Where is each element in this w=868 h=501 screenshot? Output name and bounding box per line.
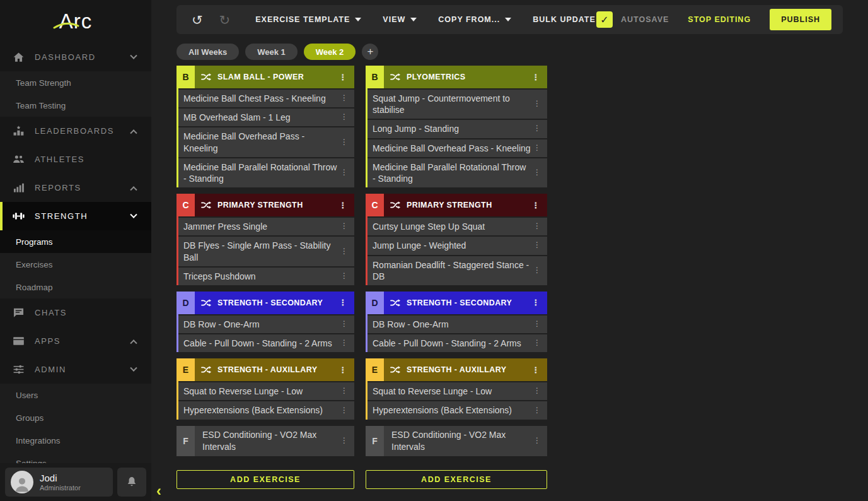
block-header-bar[interactable]: PLYOMETRICS⋮ [384, 66, 547, 88]
kebab-menu-icon[interactable]: ⋮ [531, 298, 541, 307]
kebab-menu-icon[interactable]: ⋮ [532, 266, 542, 276]
kebab-menu-icon[interactable]: ⋮ [531, 201, 541, 210]
shuffle-icon[interactable] [201, 365, 212, 374]
block-header-bar[interactable]: PRIMARY STRENGTH⋮ [384, 194, 547, 216]
kebab-menu-icon[interactable]: ⋮ [338, 365, 349, 375]
kebab-menu-icon[interactable]: ⋮ [339, 112, 349, 122]
kebab-menu-icon[interactable]: ⋮ [339, 221, 349, 232]
exercise-row[interactable]: Medicine Ball Overhead Pass - Kneeling⋮ [178, 127, 354, 156]
exercise-row[interactable]: Hyperextensions (Back Extensions)⋮ [367, 401, 547, 419]
kebab-menu-icon[interactable]: ⋮ [339, 138, 349, 148]
kebab-menu-icon[interactable]: ⋮ [532, 319, 542, 329]
sidebar-item-users[interactable]: Users [0, 384, 151, 406]
copy-from-menu[interactable]: COPY FROM... [438, 15, 511, 24]
kebab-menu-icon[interactable]: ⋮ [532, 168, 542, 178]
user-profile-button[interactable]: Jodi Administrator [5, 468, 113, 497]
kebab-menu-icon[interactable]: ⋮ [532, 241, 542, 251]
sidebar-item-groups[interactable]: Groups [0, 406, 151, 429]
kebab-menu-icon[interactable]: ⋮ [339, 338, 349, 348]
exercise-row[interactable]: Curtsy Lunge Step Up Squat⋮ [367, 218, 547, 235]
sidebar-item-programs[interactable]: Programs [0, 230, 151, 253]
sidebar-collapse-button[interactable]: ‹ [156, 482, 161, 500]
kebab-menu-icon[interactable]: ⋮ [338, 298, 349, 307]
sidebar-item-athletes[interactable]: ATHLETES [0, 145, 151, 174]
shuffle-icon[interactable] [201, 201, 212, 209]
kebab-menu-icon[interactable]: ⋮ [532, 143, 542, 153]
kebab-menu-icon[interactable]: ⋮ [339, 387, 349, 397]
kebab-menu-icon[interactable]: ⋮ [339, 247, 349, 257]
kebab-menu-icon[interactable]: ⋮ [532, 387, 542, 397]
kebab-menu-icon[interactable]: ⋮ [339, 406, 349, 416]
shuffle-icon[interactable] [390, 365, 401, 374]
exercise-template-menu[interactable]: EXERCISE TEMPLATE [255, 15, 361, 24]
block-header-bar[interactable]: STRENGTH - SECONDARY⋮ [195, 292, 354, 314]
exercise-row[interactable]: Cable - Pull Down - Standing - 2 Arms⋮ [367, 334, 547, 352]
exercise-row[interactable]: Medicine Ball Overhead Pass - Kneeling⋮ [367, 139, 547, 157]
exercise-row[interactable]: MB Overhead Slam - 1 Leg⋮ [178, 109, 354, 126]
block-header-bar[interactable]: PRIMARY STRENGTH⋮ [195, 194, 354, 216]
stop-editing-button[interactable]: STOP EDITING [688, 15, 751, 24]
kebab-menu-icon[interactable]: ⋮ [532, 338, 542, 348]
exercise-row[interactable]: Squat Jump - Countermovement to stabilis… [367, 90, 547, 119]
sidebar-item-team-strength[interactable]: Team Strength [0, 71, 151, 94]
kebab-menu-icon[interactable]: ⋮ [532, 221, 542, 232]
add-week-button[interactable]: + [362, 44, 378, 60]
kebab-menu-icon[interactable]: ⋮ [339, 271, 349, 281]
shuffle-icon[interactable] [390, 201, 401, 209]
bulk-update-button[interactable]: BULK UPDATE [533, 15, 596, 24]
exercise-row[interactable]: DB Flyes - Single Arm Pass - Stability B… [178, 237, 354, 266]
shuffle-icon[interactable] [390, 298, 401, 307]
undo-icon[interactable]: ↺ [188, 13, 207, 27]
kebab-menu-icon[interactable]: ⋮ [532, 99, 542, 109]
exercise-row[interactable]: Medicine Ball Parallel Rotational Throw … [178, 158, 354, 187]
kebab-menu-icon[interactable]: ⋮ [532, 124, 542, 134]
shuffle-icon[interactable] [201, 73, 212, 81]
kebab-menu-icon[interactable]: ⋮ [339, 319, 349, 329]
add-exercise-button[interactable]: ADD EXERCISE [176, 470, 354, 489]
kebab-menu-icon[interactable]: ⋮ [532, 406, 542, 416]
exercise-row[interactable]: Romanian Deadlift - Staggered Stance - D… [367, 256, 547, 285]
kebab-menu-icon[interactable]: ⋮ [339, 436, 349, 446]
app-logo[interactable]: Arc [0, 0, 151, 43]
exercise-row[interactable]: FESD Conditioning - VO2 Max Intervals⋮ [366, 426, 547, 456]
sidebar-item-integrations[interactable]: Integrations [0, 429, 151, 452]
sidebar-item-chats[interactable]: CHATS [0, 298, 151, 327]
kebab-menu-icon[interactable]: ⋮ [531, 365, 541, 375]
kebab-menu-icon[interactable]: ⋮ [339, 168, 349, 178]
exercise-row[interactable]: FESD Conditioning - VO2 Max Intervals⋮ [176, 426, 354, 456]
tab-all-weeks[interactable]: All Weeks [176, 44, 239, 60]
exercise-row[interactable]: Hyperextensions (Back Extensions)⋮ [178, 401, 354, 419]
tab-week-2[interactable]: Week 2 [304, 44, 356, 60]
block-header-bar[interactable]: STRENGTH - AUXILLARY⋮ [195, 358, 354, 381]
sidebar-item-leaderboards[interactable]: LEADERBOARDS [0, 117, 151, 145]
kebab-menu-icon[interactable]: ⋮ [531, 73, 541, 82]
shuffle-icon[interactable] [390, 73, 401, 81]
add-exercise-button[interactable]: ADD EXERCISE [366, 470, 547, 489]
exercise-row[interactable]: DB Row - One-Arm⋮ [178, 315, 354, 333]
sidebar-item-strength[interactable]: STRENGTH [0, 202, 151, 230]
exercise-row[interactable]: DB Row - One-Arm⋮ [367, 315, 547, 333]
exercise-row[interactable]: Jump Lunge - Weighted⋮ [367, 237, 547, 254]
notifications-button[interactable] [117, 468, 146, 497]
shuffle-icon[interactable] [201, 298, 212, 307]
sidebar-item-apps[interactable]: APPS [0, 327, 151, 355]
block-header-bar[interactable]: STRENGTH - AUXILLARY⋮ [384, 358, 547, 381]
exercise-row[interactable]: Triceps Pushdown⋮ [178, 268, 354, 285]
sidebar-item-roadmap[interactable]: Roadmap [0, 276, 151, 298]
kebab-menu-icon[interactable]: ⋮ [339, 93, 349, 103]
redo-icon[interactable]: ↻ [216, 13, 234, 27]
block-header-bar[interactable]: STRENGTH - SECONDARY⋮ [384, 292, 547, 314]
sidebar-item-dashboard[interactable]: DASHBOARD [0, 43, 151, 71]
kebab-menu-icon[interactable]: ⋮ [338, 201, 349, 210]
exercise-row[interactable]: Cable - Pull Down - Standing - 2 Arms⋮ [178, 334, 354, 352]
sidebar-item-exercises[interactable]: Exercises [0, 253, 151, 276]
autosave-checkbox[interactable]: ✓ [596, 11, 613, 28]
exercise-row[interactable]: Long Jump - Standing⋮ [367, 120, 547, 138]
tab-week-1[interactable]: Week 1 [245, 44, 298, 60]
sidebar-item-reports[interactable]: REPORTS [0, 174, 151, 202]
exercise-row[interactable]: Medicine Ball Chest Pass - Kneeling⋮ [178, 90, 354, 107]
exercise-row[interactable]: Squat to Reverse Lunge - Low⋮ [367, 382, 547, 400]
exercise-row[interactable]: Jammer Press Single⋮ [178, 218, 354, 235]
sidebar-item-team-testing[interactable]: Team Testing [0, 94, 151, 117]
block-header-bar[interactable]: SLAM BALL - POWER⋮ [195, 66, 354, 88]
